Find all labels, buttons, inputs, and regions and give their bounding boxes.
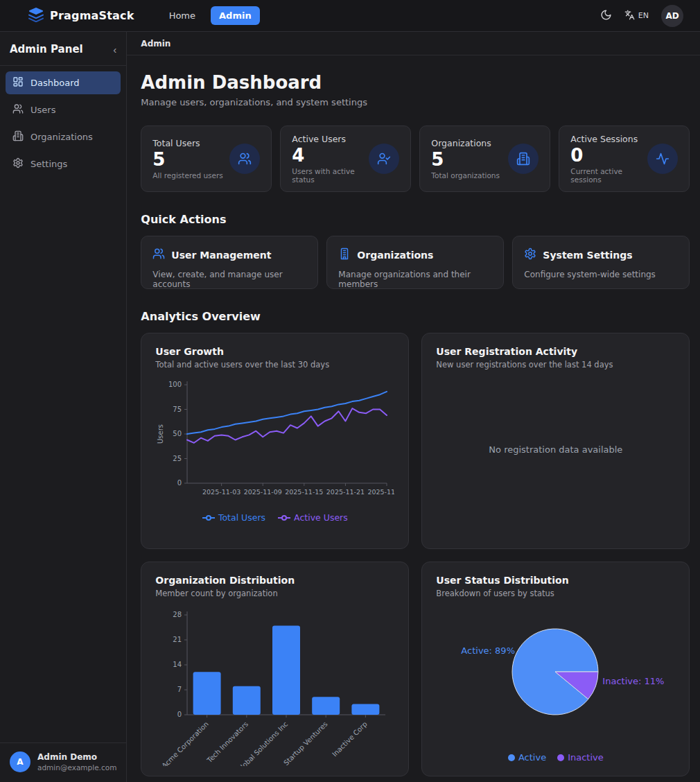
- stat-label: Active Sessions: [570, 134, 647, 144]
- legend-label: Active Users: [294, 512, 348, 523]
- moon-icon: [600, 9, 612, 23]
- legend-item-total-users: Total Users: [202, 512, 265, 523]
- svg-text:2025-11-27: 2025-11-27: [368, 488, 395, 496]
- charts-grid: User Growth Total and active users over …: [141, 333, 690, 776]
- quick-action-title: System Settings: [543, 250, 632, 261]
- chart-subtitle: Member count by organization: [155, 589, 394, 598]
- svg-text:0: 0: [177, 479, 182, 487]
- sidebar-item-label: Settings: [30, 159, 67, 169]
- pie-label-inactive: Inactive: 11%: [602, 676, 664, 686]
- users-icon: [229, 144, 260, 174]
- user-growth-card: User Growth Total and active users over …: [141, 333, 409, 549]
- pie-chart-legend: Active Inactive: [436, 752, 675, 763]
- stat-label: Active Users: [292, 134, 369, 144]
- quick-action-description: Manage organizations and their members: [338, 270, 492, 289]
- stat-value: 5: [152, 150, 222, 171]
- pie-label-active: Active: 89%: [461, 645, 515, 656]
- svg-text:Inactive Corp: Inactive Corp: [331, 720, 369, 758]
- building-icon: [338, 247, 351, 263]
- quick-actions-heading: Quick Actions: [141, 213, 690, 226]
- brand[interactable]: PragmaStack: [28, 6, 134, 26]
- svg-text:25: 25: [173, 455, 182, 462]
- stat-description: Total organizations: [431, 171, 500, 180]
- sidebar-user-section[interactable]: A Admin Demo admin@example.com: [0, 742, 126, 782]
- gear-icon: [12, 157, 24, 171]
- registration-activity-card: User Registration Activity New user regi…: [421, 333, 690, 549]
- sidebar-item-dashboard[interactable]: Dashboard: [6, 71, 121, 94]
- svg-text:50: 50: [173, 430, 182, 437]
- chart-subtitle: Total and active users over the last 30 …: [155, 360, 394, 370]
- quick-action-description: Configure system-wide settings: [524, 270, 678, 279]
- quick-action-description: View, create, and manage user accounts: [152, 270, 306, 289]
- sidebar-nav: Dashboard Users Organizations: [0, 66, 126, 181]
- breadcrumb[interactable]: Admin: [141, 39, 170, 49]
- svg-text:7: 7: [177, 686, 182, 693]
- line-marker-icon: [278, 514, 290, 521]
- legend-label: Active: [518, 752, 546, 763]
- legend-label: Inactive: [568, 752, 604, 763]
- org-distribution-card: Organization Distribution Member count b…: [141, 562, 409, 776]
- nav-item-home[interactable]: Home: [161, 6, 204, 25]
- sidebar: Admin Panel ‹ Dashboard Users: [0, 32, 127, 782]
- chart-title: User Growth: [155, 346, 394, 357]
- svg-text:21: 21: [173, 636, 182, 643]
- gear-icon: [524, 247, 536, 263]
- svg-text:2025-11-09: 2025-11-09: [244, 488, 282, 496]
- stat-label: Total Users: [152, 138, 222, 148]
- main-area: Admin Admin Dashboard Manage users, orga…: [127, 32, 700, 782]
- sidebar-item-settings[interactable]: Settings: [6, 153, 121, 175]
- user-check-icon: [369, 144, 399, 174]
- sidebar-item-label: Organizations: [30, 132, 93, 142]
- svg-text:14: 14: [173, 661, 182, 668]
- svg-text:28: 28: [173, 611, 182, 618]
- quick-action-user-management[interactable]: User Management View, create, and manage…: [141, 236, 318, 289]
- stat-description: Current active sessions: [570, 167, 647, 184]
- quick-action-title: User Management: [171, 250, 271, 261]
- activity-icon: [647, 144, 678, 174]
- svg-text:Startup Ventures: Startup Ventures: [283, 720, 329, 766]
- stat-description: Users with active status: [292, 167, 369, 184]
- layers-logo-icon: [28, 6, 44, 26]
- stat-value: 0: [570, 146, 647, 166]
- stat-value: 5: [431, 150, 500, 171]
- legend-dot: [508, 754, 515, 761]
- stat-label: Organizations: [431, 138, 500, 148]
- languages-icon: [624, 10, 635, 22]
- stat-value: 4: [292, 146, 369, 166]
- brand-name: PragmaStack: [50, 9, 134, 22]
- language-switcher-button[interactable]: EN: [624, 10, 649, 22]
- stat-card-total-users: Total Users 5 All registered users: [141, 125, 272, 192]
- page-subtitle: Manage users, organizations, and system …: [141, 97, 690, 107]
- theme-toggle-button[interactable]: [600, 9, 612, 23]
- stat-card-active-users: Active Users 4 Users with active status: [280, 125, 411, 192]
- svg-text:Tech Innovators: Tech Innovators: [205, 720, 250, 765]
- org-distribution-bar-chart: 07142128Acme CorporationTech InnovatorsG…: [155, 605, 394, 766]
- svg-text:75: 75: [173, 406, 182, 413]
- pie-svg: [436, 601, 675, 748]
- nav-item-admin[interactable]: Admin: [211, 6, 260, 25]
- sidebar-collapse-button[interactable]: ‹: [113, 44, 116, 55]
- svg-text:Acme Corporation: Acme Corporation: [161, 720, 211, 766]
- user-avatar[interactable]: AD: [661, 5, 683, 27]
- dashboard-icon: [12, 76, 24, 89]
- language-label: EN: [638, 11, 649, 20]
- sidebar-item-users[interactable]: Users: [6, 98, 121, 121]
- sidebar-item-label: Users: [30, 105, 55, 115]
- chart-title: Organization Distribution: [155, 575, 394, 586]
- sidebar-item-organizations[interactable]: Organizations: [6, 125, 121, 148]
- page-title: Admin Dashboard: [141, 72, 690, 93]
- users-icon: [12, 103, 24, 116]
- users-icon: [152, 247, 165, 263]
- quick-action-organizations[interactable]: Organizations Manage organizations and t…: [326, 236, 504, 289]
- legend-dot: [557, 754, 564, 761]
- chart-subtitle: New user registrations over the last 14 …: [436, 360, 675, 370]
- quick-actions-row: User Management View, create, and manage…: [141, 236, 690, 289]
- stat-card-active-sessions: Active Sessions 0 Current active session…: [559, 125, 690, 192]
- sidebar-user-name: Admin Demo: [37, 752, 116, 762]
- svg-text:2025-11-03: 2025-11-03: [202, 488, 240, 496]
- line-chart-legend: Total Users Active Users: [155, 512, 394, 523]
- building-icon: [12, 130, 24, 144]
- quick-action-system-settings[interactable]: System Settings Configure system-wide se…: [512, 236, 690, 289]
- sidebar-user-email: admin@example.com: [37, 763, 116, 772]
- svg-text:2025-11-21: 2025-11-21: [326, 488, 365, 496]
